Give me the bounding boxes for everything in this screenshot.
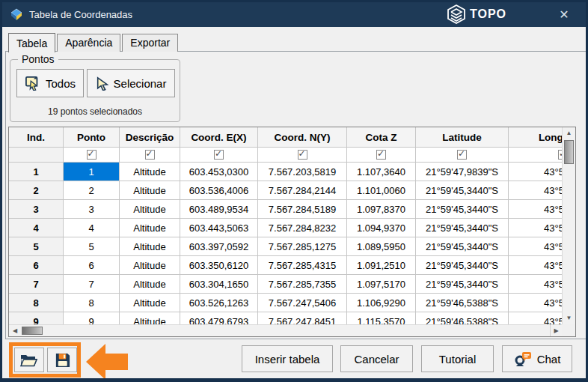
table-cell[interactable]: 6 <box>64 256 120 275</box>
table-cell[interactable]: 603.350,6120 <box>180 256 258 275</box>
table-cell[interactable]: 1.089,5950 <box>347 237 416 256</box>
save-file-button[interactable] <box>47 348 77 372</box>
table-cell[interactable]: 43°59'49 <box>509 294 562 312</box>
table-cell[interactable]: 1.107,3640 <box>347 163 416 181</box>
table-cell[interactable]: 43°59'51 <box>509 312 562 324</box>
table-cell[interactable]: 2 <box>9 181 64 200</box>
table-cell[interactable]: 43°59'50 <box>509 200 562 219</box>
table-cell[interactable]: 21°59'46,5388"S <box>416 312 509 324</box>
table-cell[interactable]: 9 <box>9 312 64 324</box>
table-cell[interactable]: 1.097,8370 <box>347 200 416 219</box>
column-header[interactable]: Coord. E(X) <box>180 127 258 148</box>
table-cell[interactable]: 21°59'47,9839"S <box>416 163 509 181</box>
table-cell[interactable]: 7.567.247,8451 <box>258 312 347 324</box>
column-header[interactable]: Descrição <box>120 127 180 148</box>
table-cell[interactable]: 1 <box>64 163 120 181</box>
column-header[interactable]: Ponto <box>64 127 120 148</box>
column-checkbox[interactable] <box>87 150 97 160</box>
table-cell[interactable]: 7.567.203,5819 <box>258 163 347 181</box>
horizontal-scrollbar[interactable]: ◀ ▶ <box>9 324 562 336</box>
table-cell[interactable]: 7 <box>64 275 120 294</box>
column-header[interactable]: Coord. N(Y) <box>258 127 347 148</box>
table-cell[interactable]: 7.567.247,5406 <box>258 294 347 312</box>
table-cell[interactable]: 43°59'57 <box>509 275 562 294</box>
table-cell[interactable]: 1.106,9290 <box>347 294 416 312</box>
table-cell[interactable]: 1.115,3570 <box>347 312 416 324</box>
table-cell[interactable]: 43°59'52 <box>509 163 562 181</box>
column-header[interactable]: Latitude <box>416 127 509 148</box>
table-cell[interactable]: 7.567.285,1275 <box>258 237 347 256</box>
table-cell[interactable]: 603.453,0300 <box>180 163 258 181</box>
vertical-scroll-thumb[interactable] <box>564 140 574 164</box>
table-cell[interactable]: 603.526,1263 <box>180 294 258 312</box>
table-cell[interactable]: 1.091,2510 <box>347 256 416 275</box>
cancelar-button[interactable]: Cancelar <box>340 345 413 372</box>
table-cell[interactable]: 5 <box>64 237 120 256</box>
column-header[interactable]: Cota Z <box>347 127 416 148</box>
tab-aparencia[interactable]: Aparência <box>57 34 120 52</box>
table-cell[interactable]: 43°59'54 <box>509 237 562 256</box>
table-cell[interactable]: 21°59'45,3440"S <box>416 181 509 200</box>
table-cell[interactable]: 8 <box>9 294 64 312</box>
table-cell[interactable]: 3 <box>9 200 64 219</box>
inserir-tabela-button[interactable]: Inserir tabela <box>242 345 333 372</box>
table-cell[interactable]: 1 <box>9 163 64 181</box>
table-cell[interactable]: Altitude <box>120 256 180 275</box>
table-cell[interactable]: 5 <box>9 237 64 256</box>
column-checkbox[interactable] <box>376 150 386 160</box>
scroll-right-icon[interactable]: ▶ <box>550 325 562 336</box>
table-cell[interactable]: 7.567.284,5189 <box>258 200 347 219</box>
chat-button[interactable]: Chat <box>502 345 572 372</box>
table-cell[interactable]: Altitude <box>120 275 180 294</box>
table-cell[interactable]: 4 <box>9 219 64 237</box>
column-header[interactable]: Ind. <box>9 127 64 148</box>
table-cell[interactable]: 7.567.284,2144 <box>258 181 347 200</box>
table-cell[interactable]: 3 <box>64 200 120 219</box>
column-checkbox[interactable] <box>457 150 467 160</box>
table-cell[interactable]: 21°59'45,3440"S <box>416 256 509 275</box>
scroll-up-icon[interactable]: ▲ <box>563 127 575 139</box>
selecionar-button[interactable]: Selecionar <box>87 69 175 97</box>
table-cell[interactable]: 21°59'46,5388"S <box>416 294 509 312</box>
table-cell[interactable]: 43°59'52 <box>509 219 562 237</box>
table-cell[interactable]: 7.567.284,8232 <box>258 219 347 237</box>
scroll-down-icon[interactable]: ▼ <box>563 312 575 324</box>
table-cell[interactable]: 603.536,4006 <box>180 181 258 200</box>
table-cell[interactable]: 6 <box>9 256 64 275</box>
tab-exportar[interactable]: Exportar <box>122 34 178 52</box>
table-cell[interactable]: 1.097,5170 <box>347 275 416 294</box>
table-cell[interactable]: Altitude <box>120 237 180 256</box>
table-cell[interactable]: 7 <box>9 275 64 294</box>
column-checkbox[interactable] <box>145 150 155 160</box>
close-icon[interactable]: ✕ <box>556 7 572 23</box>
table-cell[interactable]: 43°59'49 <box>509 181 562 200</box>
table-cell[interactable]: 7.567.285,7355 <box>258 275 347 294</box>
table-cell[interactable]: 603.489,9534 <box>180 200 258 219</box>
table-cell[interactable]: 1.101,0060 <box>347 181 416 200</box>
scroll-left-icon[interactable]: ◀ <box>9 325 21 336</box>
table-cell[interactable]: Altitude <box>120 219 180 237</box>
table-cell[interactable]: 603.397,0592 <box>180 237 258 256</box>
table-cell[interactable]: Altitude <box>120 181 180 200</box>
table-cell[interactable]: 21°59'45,3440"S <box>416 237 509 256</box>
table-cell[interactable]: 4 <box>64 219 120 237</box>
table-cell[interactable]: 21°59'45,3440"S <box>416 275 509 294</box>
column-checkbox[interactable] <box>298 150 307 160</box>
table-cell[interactable]: Altitude <box>120 312 180 324</box>
table-cell[interactable]: 2 <box>64 181 120 200</box>
tab-tabela[interactable]: Tabela <box>8 33 55 52</box>
vertical-scrollbar[interactable]: ▲ ▼ <box>562 127 575 324</box>
tutorial-button[interactable]: Tutorial <box>421 345 494 372</box>
table-cell[interactable]: Altitude <box>120 200 180 219</box>
open-file-button[interactable] <box>14 348 44 372</box>
todos-button[interactable]: Todos <box>16 69 84 97</box>
column-header[interactable]: Longitude <box>509 127 562 148</box>
table-cell[interactable]: 21°59'45,3440"S <box>416 200 509 219</box>
table-cell[interactable]: Altitude <box>120 294 180 312</box>
table-cell[interactable]: 21°59'45,3440"S <box>416 219 509 237</box>
table-cell[interactable]: 8 <box>64 294 120 312</box>
table-cell[interactable]: 43°59'55 <box>509 256 562 275</box>
table-cell[interactable]: 603.304,1650 <box>180 275 258 294</box>
table-cell[interactable]: 7.567.285,4315 <box>258 256 347 275</box>
table-cell[interactable]: 603.443,5063 <box>180 219 258 237</box>
